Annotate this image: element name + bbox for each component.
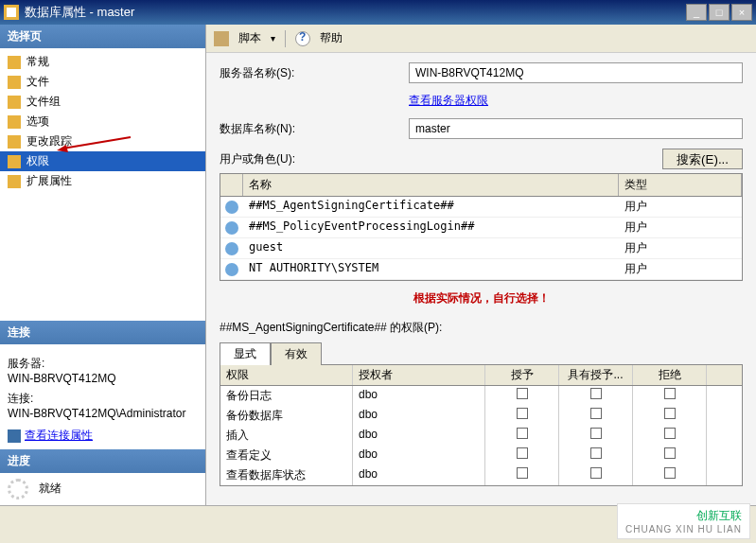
server-name-field: WIN-B8RVQT412MQ	[409, 62, 743, 83]
close-button[interactable]: ×	[731, 4, 752, 21]
withgrant-checkbox[interactable]	[590, 388, 602, 399]
script-button[interactable]: 脚本	[238, 30, 261, 46]
cell-grantor: dbo	[353, 446, 485, 465]
content-body: 服务器名称(S): WIN-B8RVQT412MQ 查看服务器权限 数据库名称(…	[206, 53, 756, 505]
grant-checkbox[interactable]	[517, 447, 528, 459]
link-icon	[8, 429, 21, 443]
user-icon	[225, 242, 238, 255]
cell-grantor: dbo	[353, 465, 485, 485]
conn-value: WIN-B8RVQT412MQ\Administrator	[8, 407, 198, 420]
permissions-grid: 权限 授权者 授予 具有授予... 拒绝 备份日志 dbo 备份数据库 dbo	[220, 365, 743, 486]
users-label: 用户或角色(U):	[220, 151, 662, 167]
progress-status: 就绪	[39, 482, 62, 495]
page-label: 权限	[26, 153, 49, 169]
col-permission[interactable]: 权限	[220, 365, 353, 385]
page-label: 选项	[26, 114, 49, 130]
tab-effective[interactable]: 有效	[271, 342, 322, 365]
col-grant[interactable]: 授予	[485, 365, 559, 385]
withgrant-checkbox[interactable]	[590, 467, 602, 479]
page-label: 文件组	[26, 94, 61, 110]
cell-type: 用户	[619, 238, 742, 258]
principals-grid: 名称 类型 ##MS_AgentSigningCertificate## 用户 …	[220, 173, 743, 281]
view-server-permission-link[interactable]: 查看服务器权限	[409, 93, 488, 109]
perm-tabs: 显式 有效	[220, 342, 743, 365]
grant-checkbox[interactable]	[517, 408, 528, 419]
col-icon[interactable]	[220, 174, 243, 196]
watermark-sub: CHUANG XIN HU LIAN	[625, 524, 742, 534]
table-row[interactable]: guest 用户	[220, 238, 742, 259]
perm-section-label: ##MS_AgentSigningCertificate## 的权限(P):	[220, 320, 743, 336]
cell-name: ##MS_PolicyEventProcessingLogin##	[243, 218, 619, 237]
page-general[interactable]: 常规	[0, 52, 205, 72]
title-bar: 数据库属性 - master _ □ ×	[0, 0, 756, 25]
withgrant-checkbox[interactable]	[590, 447, 602, 459]
help-button[interactable]: 帮助	[320, 30, 343, 46]
deny-checkbox[interactable]	[664, 408, 676, 419]
deny-checkbox[interactable]	[664, 388, 676, 399]
maximize-button[interactable]: □	[709, 4, 730, 21]
page-files[interactable]: 文件	[0, 72, 205, 92]
grant-checkbox[interactable]	[517, 428, 528, 439]
cell-type: 用户	[619, 259, 742, 279]
cell-perm: 查看定义	[220, 446, 353, 465]
db-name-field: master	[409, 118, 743, 139]
col-grantor[interactable]: 授权者	[353, 365, 485, 385]
help-icon	[295, 31, 310, 46]
watermark: 创新互联 CHUANG XIN HU LIAN	[617, 503, 750, 539]
user-icon	[225, 221, 238, 235]
server-name-label: 服务器名称(S):	[220, 65, 409, 81]
annotation-arrow-icon	[57, 135, 132, 154]
tab-explicit[interactable]: 显式	[220, 342, 271, 365]
col-name[interactable]: 名称	[243, 174, 619, 196]
cell-grantor: dbo	[353, 426, 485, 446]
dropdown-icon[interactable]: ▾	[271, 33, 275, 44]
user-icon	[225, 201, 238, 214]
cell-grantor: dbo	[353, 386, 485, 406]
deny-checkbox[interactable]	[664, 447, 676, 459]
annotation-notice: 根据实际情况，自行选择！	[220, 281, 743, 316]
svg-line-0	[62, 137, 131, 149]
view-connection-link[interactable]: 查看连接属性	[8, 428, 198, 444]
col-type[interactable]: 类型	[619, 174, 742, 196]
cell-grantor: dbo	[353, 406, 485, 426]
user-icon	[225, 263, 238, 276]
col-deny[interactable]: 拒绝	[633, 365, 707, 385]
page-options[interactable]: 选项	[0, 112, 205, 131]
page-extended-props[interactable]: 扩展属性	[0, 171, 205, 191]
server-label: 服务器:	[8, 356, 198, 372]
cell-perm: 备份日志	[220, 386, 353, 406]
page-icon	[8, 135, 21, 149]
app-icon	[4, 5, 19, 20]
cell-name: NT AUTHORITY\SYSTEM	[243, 259, 619, 279]
withgrant-checkbox[interactable]	[590, 408, 602, 419]
cell-perm: 备份数据库	[220, 406, 353, 426]
server-value: WIN-B8RVQT412MQ	[8, 372, 198, 385]
table-row[interactable]: ##MS_AgentSigningCertificate## 用户	[220, 197, 742, 218]
progress-header: 进度	[0, 449, 205, 473]
cell-name: ##MS_AgentSigningCertificate##	[243, 197, 619, 217]
page-label: 扩展属性	[26, 173, 72, 189]
grant-checkbox[interactable]	[517, 388, 528, 399]
separator	[285, 30, 286, 47]
deny-checkbox[interactable]	[664, 428, 676, 439]
script-icon	[214, 31, 229, 46]
perm-row[interactable]: 插入 dbo	[220, 426, 742, 446]
table-row[interactable]: ##MS_PolicyEventProcessingLogin## 用户	[220, 218, 742, 238]
withgrant-checkbox[interactable]	[590, 428, 602, 439]
progress-area: 就绪	[0, 473, 205, 505]
page-permissions[interactable]: 权限	[0, 151, 205, 171]
perm-row[interactable]: 备份日志 dbo	[220, 386, 742, 406]
minimize-button[interactable]: _	[686, 4, 707, 21]
page-filegroups[interactable]: 文件组	[0, 92, 205, 112]
page-icon	[8, 175, 21, 188]
grant-checkbox[interactable]	[517, 467, 528, 479]
connection-info: 服务器: WIN-B8RVQT412MQ 连接: WIN-B8RVQT412MQ…	[0, 344, 205, 449]
perm-row[interactable]: 备份数据库 dbo	[220, 406, 742, 426]
search-button[interactable]: 搜索(E)...	[662, 149, 743, 169]
link-text: 查看连接属性	[25, 428, 93, 444]
perm-row[interactable]: 查看定义 dbo	[220, 446, 742, 465]
table-row[interactable]: NT AUTHORITY\SYSTEM 用户	[220, 259, 742, 280]
page-icon	[8, 155, 21, 168]
deny-checkbox[interactable]	[664, 467, 676, 479]
perm-row[interactable]: 查看数据库状态 dbo	[220, 465, 742, 485]
